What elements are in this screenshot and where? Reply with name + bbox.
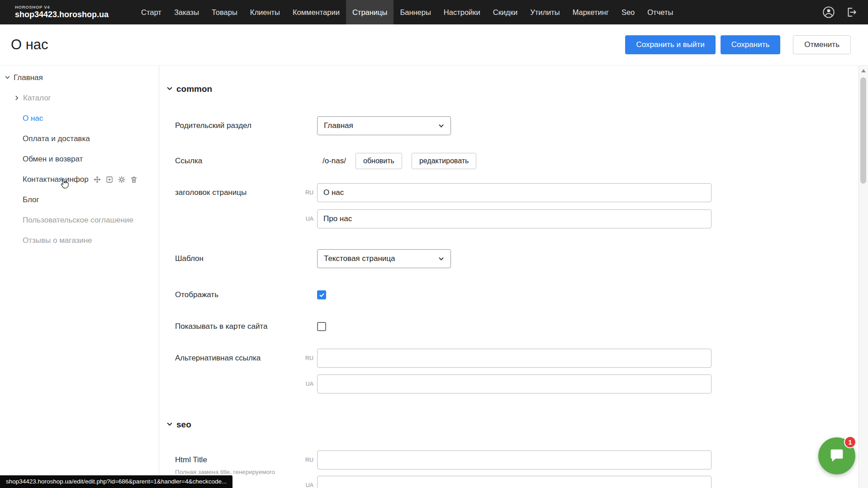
brand[interactable]: HOROSHOP V4 shop34423.horoshop.ua bbox=[15, 5, 109, 19]
page-title-ua-input[interactable] bbox=[317, 209, 711, 228]
lang-badge-ua: UA bbox=[298, 381, 313, 387]
field-label: Родительский раздел bbox=[175, 116, 317, 135]
topbar: HOROSHOP V4 shop34423.horoshop.ua Старт … bbox=[0, 0, 868, 24]
sidebar-item-blog[interactable]: Блог bbox=[0, 190, 159, 210]
nav-marketing[interactable]: Маркетинг bbox=[566, 0, 615, 24]
alt-link-ru-input[interactable] bbox=[317, 349, 711, 368]
sidebar-item-label: О нас bbox=[23, 114, 43, 123]
input-line-ua: UA bbox=[317, 209, 711, 228]
section-common-header[interactable]: common bbox=[166, 84, 859, 95]
html-title-inputs: RU UA bbox=[317, 450, 711, 488]
nav-start[interactable]: Старт bbox=[135, 0, 168, 24]
move-icon[interactable] bbox=[93, 175, 101, 184]
vertical-scrollbar[interactable] bbox=[859, 66, 868, 488]
sidebar-item-about[interactable]: О нас bbox=[0, 108, 159, 128]
account-icon[interactable] bbox=[822, 5, 835, 19]
html-title-ua-input[interactable] bbox=[317, 476, 711, 488]
nav-reports[interactable]: Отчеты bbox=[641, 0, 679, 24]
field-label: Альтернативная ссылка bbox=[175, 349, 317, 368]
chat-launcher-button[interactable]: 1 bbox=[818, 437, 855, 474]
nav-banners[interactable]: Баннеры bbox=[394, 0, 437, 24]
page-edit-form: common Родительский раздел Главная Ссылк… bbox=[159, 66, 859, 488]
nav-discounts[interactable]: Скидки bbox=[487, 0, 524, 24]
form-row-link: Ссылка /o-nas/ обновить редактировать bbox=[175, 152, 859, 171]
sidebar-item-payment-delivery[interactable]: Оплата и доставка bbox=[0, 128, 159, 149]
link-path-text: /o-nas/ bbox=[323, 156, 346, 166]
field-label: Html Title bbox=[175, 450, 317, 469]
scrollbar-thumb[interactable] bbox=[860, 77, 866, 184]
link-refresh-button[interactable]: обновить bbox=[356, 153, 402, 169]
brand-version: HOROSHOP V4 bbox=[15, 5, 109, 10]
sidebar-item-label: Отзывы о магазине bbox=[23, 236, 92, 245]
form-row-parent-section: Родительский раздел Главная bbox=[175, 116, 859, 135]
page-title-inputs: RU UA bbox=[317, 183, 711, 228]
sidebar-item-label: Обмен и возврат bbox=[23, 155, 83, 164]
link-controls: /o-nas/ обновить редактировать bbox=[317, 152, 476, 171]
lang-badge-ru: RU bbox=[298, 457, 313, 463]
checkbox-wrap bbox=[317, 285, 326, 304]
top-nav: Старт Заказы Товары Клиенты Комментарии … bbox=[135, 0, 679, 24]
nav-clients[interactable]: Клиенты bbox=[244, 0, 286, 24]
sidebar-item-user-agreement[interactable]: Пользовательское соглашение bbox=[0, 210, 159, 230]
chat-bubble-icon bbox=[828, 447, 846, 465]
html-title-ru-input[interactable] bbox=[317, 450, 711, 469]
nav-seo[interactable]: Seo bbox=[615, 0, 641, 24]
field-label: Ссылка bbox=[175, 152, 317, 171]
chevron-right-icon[interactable] bbox=[14, 95, 20, 101]
form-row-display: Отображать bbox=[175, 285, 859, 304]
alt-link-inputs: RU UA bbox=[317, 349, 711, 393]
form-row-page-title: заголовок страницы RU UA bbox=[175, 183, 859, 228]
sidebar-item-label: Оплата и доставка bbox=[23, 134, 90, 143]
input-line-ru: RU bbox=[317, 450, 711, 469]
sidebar-item-exchange-return[interactable]: Обмен и возврат bbox=[0, 149, 159, 169]
settings-gear-icon[interactable] bbox=[118, 175, 126, 184]
scrollbar-up-arrow[interactable] bbox=[861, 69, 866, 72]
parent-section-select[interactable]: Главная bbox=[317, 116, 451, 135]
nav-orders[interactable]: Заказы bbox=[168, 0, 205, 24]
alt-link-ua-input[interactable] bbox=[317, 374, 711, 393]
select-value: Текстовая страница bbox=[324, 254, 395, 263]
field-label: заголовок страницы bbox=[175, 183, 317, 202]
chevron-down-icon bbox=[438, 256, 444, 262]
section-seo-header[interactable]: seo bbox=[166, 419, 859, 430]
body: Главная Каталог О нас Оплата и доставка … bbox=[0, 65, 868, 488]
form-row-sitemap: Показывать в карте сайта bbox=[175, 317, 859, 336]
save-button[interactable]: Сохранить bbox=[721, 35, 780, 54]
template-select[interactable]: Текстовая страница bbox=[317, 249, 451, 268]
lang-badge-ru: RU bbox=[298, 355, 313, 361]
add-page-icon[interactable] bbox=[105, 175, 114, 184]
sidebar-item-label: Блог bbox=[23, 195, 39, 204]
input-line-ua: UA bbox=[317, 476, 711, 488]
link-edit-button[interactable]: редактировать bbox=[412, 153, 476, 169]
select-value: Главная bbox=[324, 121, 353, 130]
logout-icon[interactable] bbox=[844, 5, 858, 19]
sitemap-checkbox[interactable] bbox=[317, 322, 326, 331]
topbar-right bbox=[822, 5, 858, 19]
lang-badge-ru: RU bbox=[298, 190, 313, 196]
sidebar-item-home[interactable]: Главная bbox=[0, 67, 159, 88]
nav-products[interactable]: Товары bbox=[205, 0, 244, 24]
delete-trash-icon[interactable] bbox=[130, 175, 138, 184]
nav-utilities[interactable]: Утилиты bbox=[524, 0, 566, 24]
display-checkbox[interactable] bbox=[317, 290, 326, 299]
sidebar-item-store-reviews[interactable]: Отзывы о магазине bbox=[0, 230, 159, 251]
brand-domain: shop34423.horoshop.ua bbox=[15, 10, 109, 19]
nav-pages[interactable]: Страницы bbox=[346, 0, 394, 24]
page-title: О нас bbox=[11, 37, 48, 53]
pages-tree-sidebar: Главная Каталог О нас Оплата и доставка … bbox=[0, 66, 159, 488]
sidebar-item-catalog[interactable]: Каталог bbox=[0, 88, 159, 108]
nav-settings[interactable]: Настройки bbox=[437, 0, 487, 24]
sidebar-item-label: Главная bbox=[14, 73, 43, 82]
sidebar-item-label: Пользовательское соглашение bbox=[23, 216, 133, 225]
sidebar-item-label: Контактная инфор bbox=[23, 175, 89, 184]
save-and-exit-button[interactable]: Сохранить и выйти bbox=[625, 35, 715, 54]
chevron-down-icon bbox=[166, 420, 173, 430]
sidebar-item-contact-info[interactable]: Контактная инфор bbox=[0, 169, 159, 190]
section-title: seo bbox=[176, 420, 191, 430]
sidebar-item-label: Каталог bbox=[23, 94, 51, 103]
cancel-button[interactable]: Отменить bbox=[793, 35, 851, 54]
nav-comments[interactable]: Комментарии bbox=[286, 0, 346, 24]
page-title-ru-input[interactable] bbox=[317, 183, 711, 202]
chevron-down-icon[interactable] bbox=[5, 75, 10, 81]
page-header: О нас Сохранить и выйти Сохранить Отмени… bbox=[0, 24, 868, 65]
